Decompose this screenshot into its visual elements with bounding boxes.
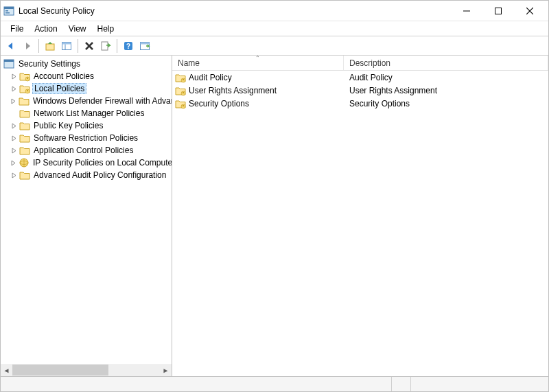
status-panel-2 [392,377,411,391]
list-body[interactable]: Audit PolicyAudit PolicyUser Rights Assi… [172,71,548,376]
list-item-name: Security Options [189,99,249,108]
expander-icon[interactable] [10,172,17,178]
tree-node[interactable]: Local Policies [1,82,172,95]
folder-icon [19,170,30,181]
status-panel-3 [411,377,548,391]
tree-node[interactable]: Account Policies [1,70,172,82]
tree-body[interactable]: Security Settings Account PoliciesLocal … [1,56,172,364]
menu-action[interactable]: Action [29,23,62,35]
tree-node-label: Public Key Policies [32,121,104,130]
status-panel-1 [1,377,392,391]
tree-root[interactable]: Security Settings [1,58,172,70]
list-cell-description: Audit Policy [344,73,548,82]
list-cell-name: Security Options [172,98,344,109]
close-button[interactable] [514,1,546,21]
security-settings-icon [3,58,14,69]
svg-text:?: ? [126,43,130,50]
tree-node[interactable]: Network List Manager Policies [1,107,172,119]
up-button[interactable] [43,38,58,54]
expander-icon[interactable] [10,97,16,104]
export-button[interactable] [98,38,113,54]
statusbar [1,376,548,391]
svg-rect-18 [141,42,150,44]
help-button[interactable]: ? [121,38,136,54]
list-item-name: Audit Policy [189,73,232,82]
tree-node-label: Advanced Audit Policy Configuration [32,170,167,180]
toolbar: ? [1,36,548,56]
sort-indicator-icon: ⌃ [255,55,260,61]
folder-lock-icon [175,85,186,96]
folder-icon [19,145,30,156]
tree-node[interactable]: Advanced Audit Policy Configuration [1,169,172,181]
folder-icon [19,95,30,106]
toolbar-separator [78,39,78,53]
tree-node-label: Application Control Policies [32,146,135,155]
back-button[interactable] [3,38,19,54]
toolbar-separator [38,39,39,53]
column-header-description[interactable]: Description [344,56,548,70]
expander-icon[interactable] [10,147,17,154]
window-controls [451,1,546,21]
expander-icon[interactable] [10,159,16,166]
tree-node-label: Account Policies [32,71,95,81]
list-cell-description: Security Options [344,99,548,108]
globe-icon [19,157,30,168]
list-row[interactable]: Audit PolicyAudit Policy [172,71,548,84]
list-cell-description: User Rights Assignment [344,86,548,95]
scroll-left-arrow[interactable]: ◄ [1,365,12,376]
column-header-name[interactable]: Name ⌃ [172,56,344,70]
tree-node-label: IP Security Policies on Local Computer [32,158,172,168]
menubar: File Action View Help [1,21,548,36]
svg-rect-29 [183,79,184,80]
delete-button[interactable] [82,38,97,54]
svg-rect-8 [46,44,54,50]
expander-icon[interactable] [10,135,17,141]
menu-file[interactable]: File [5,23,29,35]
properties-button[interactable] [137,38,152,54]
folder-lock-icon [19,71,30,82]
expander-icon[interactable] [10,73,17,80]
list-item-name: User Rights Assignment [189,86,277,95]
titlebar: Local Security Policy [1,1,548,21]
svg-rect-33 [183,105,184,106]
list-row[interactable]: Security OptionsSecurity Options [172,97,548,110]
tree-node[interactable]: Public Key Policies [1,119,172,132]
tree-pane: Security Settings Account PoliciesLocal … [1,56,172,376]
expander-icon[interactable] [10,110,17,117]
expander-icon[interactable] [10,85,17,92]
tree-node[interactable]: Windows Defender Firewall with Advanced … [1,95,172,107]
tree-node-label: Local Policies [32,83,86,94]
list-pane: Name ⌃ Description Audit PolicyAudit Pol… [172,56,548,376]
svg-rect-1 [4,7,14,9]
tree-node-label: Windows Defender Firewall with Advanced … [32,96,172,106]
app-icon [3,5,14,16]
folder-icon [19,132,30,143]
list-cell-name: User Rights Assignment [172,85,344,96]
menu-view[interactable]: View [63,23,92,35]
column-description-label: Description [349,58,390,68]
scroll-thumb[interactable] [12,365,108,376]
scroll-track[interactable] [12,365,160,376]
list-row[interactable]: User Rights AssignmentUser Rights Assign… [172,84,548,97]
list-header: Name ⌃ Description [172,56,548,71]
svg-rect-22 [27,78,28,79]
menu-help[interactable]: Help [92,23,120,35]
maximize-button[interactable] [482,1,514,21]
scroll-right-arrow[interactable]: ► [160,365,172,376]
svg-rect-14 [102,42,108,50]
show-hide-tree-button[interactable] [59,38,74,54]
tree-node-label: Network List Manager Policies [32,108,145,118]
forward-button[interactable] [20,38,35,54]
tree-node[interactable]: Software Restriction Policies [1,132,172,144]
horizontal-scrollbar[interactable]: ◄ ► [1,364,172,376]
folder-lock-icon [19,83,30,94]
folder-icon [19,120,30,131]
expander-icon[interactable] [10,122,17,129]
minimize-button[interactable] [451,1,482,21]
tree-node[interactable]: IP Security Policies on Local Computer [1,157,172,169]
svg-rect-10 [62,42,71,44]
svg-rect-24 [27,90,28,91]
tree-node[interactable]: Application Control Policies [1,144,172,157]
tree-root-label: Security Settings [17,59,82,69]
folder-icon [19,108,30,119]
